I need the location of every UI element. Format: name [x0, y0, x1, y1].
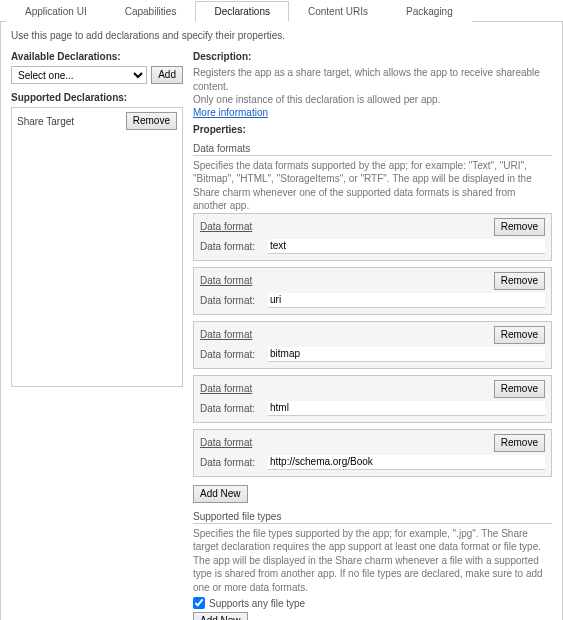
data-formats-heading: Data formats: [193, 143, 552, 156]
left-panel: Available Declarations: Select one... Ad…: [11, 51, 183, 620]
add-new-file-type-button[interactable]: Add New: [193, 612, 248, 620]
data-format-input[interactable]: [268, 401, 545, 416]
remove-data-format-button[interactable]: Remove: [494, 218, 545, 236]
supported-file-types-heading: Supported file types: [193, 511, 552, 524]
supported-file-types-description: Specifies the file types supported by th…: [193, 527, 552, 595]
add-new-data-format-button[interactable]: Add New: [193, 485, 248, 503]
remove-data-format-button[interactable]: Remove: [494, 272, 545, 290]
tab-declarations[interactable]: Declarations: [195, 1, 289, 22]
supported-item-label: Share Target: [17, 116, 74, 127]
data-format-block: Data formatRemoveData format:: [193, 375, 552, 423]
page-intro: Use this page to add declarations and sp…: [11, 30, 552, 41]
supported-declarations-label: Supported Declarations:: [11, 92, 183, 103]
tab-bar: Application UI Capabilities Declarations…: [0, 0, 563, 22]
remove-button[interactable]: Remove: [126, 112, 177, 130]
more-information-link[interactable]: More information: [193, 107, 268, 118]
remove-data-format-button[interactable]: Remove: [494, 434, 545, 452]
add-button[interactable]: Add: [151, 66, 183, 84]
data-format-title: Data format: [200, 437, 252, 448]
available-declarations-select[interactable]: Select one...: [11, 66, 147, 84]
supports-any-file-type-label: Supports any file type: [209, 598, 305, 609]
supported-item-share-target[interactable]: Share Target Remove: [15, 111, 179, 131]
data-format-field-label: Data format:: [200, 349, 262, 360]
tab-capabilities[interactable]: Capabilities: [106, 1, 196, 22]
supports-any-file-type-row[interactable]: Supports any file type: [193, 597, 552, 609]
description-line1: Registers the app as a share target, whi…: [193, 66, 552, 93]
data-format-block: Data formatRemoveData format:: [193, 429, 552, 477]
remove-data-format-button[interactable]: Remove: [494, 326, 545, 344]
data-format-input[interactable]: [268, 239, 545, 254]
data-format-field-label: Data format:: [200, 457, 262, 468]
data-format-field-label: Data format:: [200, 241, 262, 252]
data-format-input[interactable]: [268, 293, 545, 308]
remove-data-format-button[interactable]: Remove: [494, 380, 545, 398]
supported-declarations-list: Share Target Remove: [11, 107, 183, 387]
data-format-title: Data format: [200, 221, 252, 232]
data-format-field-label: Data format:: [200, 403, 262, 414]
tab-content-uris[interactable]: Content URIs: [289, 1, 387, 22]
data-format-block: Data formatRemoveData format:: [193, 213, 552, 261]
page-body: Use this page to add declarations and sp…: [0, 22, 563, 620]
right-panel: Description: Registers the app as a shar…: [193, 51, 552, 620]
description-heading: Description:: [193, 51, 552, 62]
tab-packaging[interactable]: Packaging: [387, 1, 472, 22]
supports-any-file-type-checkbox[interactable]: [193, 597, 205, 609]
data-format-input[interactable]: [268, 347, 545, 362]
data-format-block: Data formatRemoveData format:: [193, 321, 552, 369]
data-format-title: Data format: [200, 275, 252, 286]
available-declarations-label: Available Declarations:: [11, 51, 183, 62]
data-formats-description: Specifies the data formats supported by …: [193, 159, 552, 213]
data-format-title: Data format: [200, 329, 252, 340]
data-format-block: Data formatRemoveData format:: [193, 267, 552, 315]
data-format-field-label: Data format:: [200, 295, 262, 306]
properties-heading: Properties:: [193, 124, 552, 135]
tab-application-ui[interactable]: Application UI: [6, 1, 106, 22]
data-format-input[interactable]: [268, 455, 545, 470]
data-format-title: Data format: [200, 383, 252, 394]
description-line2: Only one instance of this declaration is…: [193, 93, 552, 107]
